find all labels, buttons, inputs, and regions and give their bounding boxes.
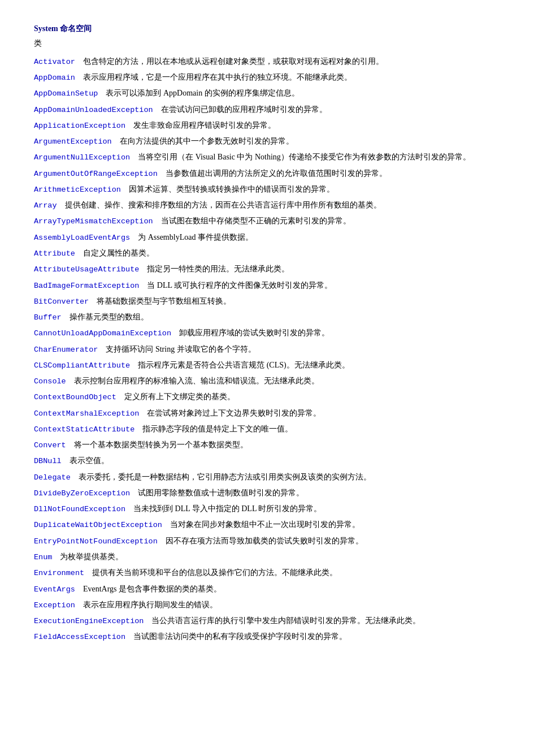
list-item: ApplicationException 发生非致命应用程序错误时引发的异常。 (34, 119, 500, 132)
section-header: System 命名空间 (34, 23, 500, 35)
entries-container: Activator 包含特定的方法，用以在本地或从远程创建对象类型，或获取对现有… (34, 55, 500, 644)
class-name: EventArgs (34, 585, 75, 594)
list-item: ArgumentOutOfRangeException 当参数值超出调用的方法所… (34, 167, 500, 180)
list-item: DuplicateWaitObjectException 当对象在同步对象数组中… (34, 518, 500, 532)
class-desc: 在尝试访问已卸载的应用程序域时引发的异常。 (153, 105, 327, 114)
class-desc: EventArgs 是包含事件数据的类的基类。 (75, 585, 222, 593)
list-item: Exception 表示在应用程序执行期间发生的错误。 (34, 598, 500, 612)
class-name: DBNull (34, 457, 62, 465)
class-desc: 为 AssemblyLoad 事件提供数据。 (130, 233, 253, 241)
list-item: AppDomainUnloadedException 在尝试访问已卸载的应用程序… (34, 103, 500, 116)
class-name: AppDomainSetup (34, 89, 98, 98)
class-name: EntryPointNotFoundException (34, 537, 158, 546)
list-item: Activator 包含特定的方法，用以在本地或从远程创建对象类型，或获取对现有… (34, 55, 500, 68)
class-name: DivideByZeroException (34, 489, 130, 498)
class-name: DllNotFoundException (34, 505, 125, 513)
list-item: DivideByZeroException 试图用零除整数值或十进制数值时引发的… (34, 486, 500, 500)
list-item: Array 提供创建、操作、搜索和排序数组的方法，因而在公共语言运行库中用作所有… (34, 198, 500, 212)
list-item: CharEnumerator 支持循环访问 String 并读取它的各个字符。 (34, 343, 500, 356)
class-name: Array (34, 201, 57, 210)
list-item: ContextBoundObject 定义所有上下文绑定类的基类。 (34, 390, 500, 404)
class-desc: 表示在应用程序执行期间发生的错误。 (75, 601, 218, 609)
list-item: ArrayTypeMismatchException 当试图在数组中存储类型不正… (34, 214, 500, 228)
class-desc: 定义所有上下文绑定类的基类。 (116, 392, 235, 401)
class-desc: 表示应用程序域，它是一个应用程序在其中执行的独立环境。不能继承此类。 (75, 73, 352, 81)
class-desc: 操作基元类型的数组。 (62, 313, 149, 321)
list-item: ContextStaticAttribute 指示静态字段的值是特定上下文的唯一… (34, 422, 500, 436)
list-item: DBNull 表示空值。 (34, 454, 500, 468)
class-name: Convert (34, 441, 66, 450)
list-item: ContextMarshalException 在尝试将对象跨过上下文边界失败时… (34, 407, 500, 420)
class-desc: 将基础数据类型与字节数组相互转换。 (89, 297, 231, 305)
class-name: ArithmeticException (34, 185, 121, 194)
class-name: FieldAccessException (34, 633, 125, 641)
list-item: AssemblyLoadEventArgs 为 AssemblyLoad 事件提… (34, 231, 500, 244)
class-desc: 包含特定的方法，用以在本地或从远程创建对象类型，或获取对现有远程对象的引用。 (75, 57, 384, 66)
class-name: ArgumentNullException (34, 153, 130, 162)
class-desc: 表示空值。 (62, 456, 109, 465)
class-desc: 表示委托，委托是一种数据结构，它引用静态方法或引用类实例及该类的实例方法。 (71, 473, 371, 481)
class-desc: 将一个基本数据类型转换为另一个基本数据类型。 (66, 440, 248, 449)
class-desc: 卸载应用程序域的尝试失败时引发的异常。 (171, 329, 329, 337)
class-desc: 指示程序元素是否符合公共语言规范 (CLS)。无法继承此类。 (130, 361, 350, 369)
list-item: Convert 将一个基本数据类型转换为另一个基本数据类型。 (34, 438, 500, 452)
class-name: Buffer (34, 313, 62, 322)
class-desc: 当参数值超出调用的方法所定义的允许取值范围时引发的异常。 (158, 169, 387, 178)
list-item: Delegate 表示委托，委托是一种数据结构，它引用静态方法或引用类实例及该类… (34, 470, 500, 484)
list-item: DllNotFoundException 当未找到到 DLL 导入中指定的 DL… (34, 502, 500, 516)
class-name: ArrayTypeMismatchException (34, 217, 153, 226)
list-item: ArithmeticException 因算术运算、类型转换或转换操作中的错误而… (34, 183, 500, 196)
class-name: CLSCompliantAttribute (34, 361, 130, 370)
list-item: CLSCompliantAttribute 指示程序元素是否符合公共语言规范 (… (34, 358, 500, 372)
class-desc: 表示可以添加到 AppDomain 的实例的程序集绑定信息。 (98, 89, 299, 97)
list-item: AppDomainSetup 表示可以添加到 AppDomain 的实例的程序集… (34, 87, 500, 100)
list-item: Environment 提供有关当前环境和平台的信息以及操作它们的方法。不能继承… (34, 566, 500, 580)
class-desc: 当公共语言运行库的执行引擎中发生内部错误时引发的异常。无法继承此类。 (144, 616, 420, 625)
class-name: AssemblyLoadEventArgs (34, 234, 130, 242)
class-desc: 支持循环访问 String 并读取它的各个字符。 (98, 345, 255, 353)
class-desc: 试图用零除整数值或十进制数值时引发的异常。 (130, 489, 304, 497)
class-name: ArgumentException (34, 137, 112, 146)
list-item: Console 表示控制台应用程序的标准输入流、输出流和错误流。无法继承此类。 (34, 374, 500, 388)
class-name: ArgumentOutOfRangeException (34, 170, 158, 178)
list-item: BadImageFormatException 当 DLL 或可执行程序的文件图… (34, 279, 500, 292)
class-name: ApplicationException (34, 122, 125, 130)
class-name: ContextBoundObject (34, 393, 116, 401)
class-desc: 在向方法提供的其中一个参数无效时引发的异常。 (112, 137, 294, 145)
list-item: ExecutionEngineException 当公共语言运行库的执行引擎中发… (34, 614, 500, 628)
list-item: Buffer 操作基元类型的数组。 (34, 310, 500, 324)
list-item: EntryPointNotFoundException 因不存在项方法而导致加载… (34, 534, 500, 548)
class-desc: 提供创建、操作、搜索和排序数组的方法，因而在公共语言运行库中用作所有数组的基类。 (57, 201, 381, 209)
list-item: CannotUnloadAppDomainException 卸载应用程序域的尝… (34, 326, 500, 340)
page-content: System 命名空间 类 Activator 包含特定的方法，用以在本地或从远… (34, 23, 500, 644)
class-desc: 在尝试将对象跨过上下文边界失败时引发的异常。 (139, 409, 321, 417)
list-item: Enum 为枚举提供基类。 (34, 550, 500, 564)
class-desc: 当试图非法访问类中的私有字段或受保护字段时引发的异常。 (125, 632, 347, 641)
class-name: Console (34, 377, 66, 386)
list-item: BitConverter 将基础数据类型与字节数组相互转换。 (34, 295, 500, 308)
class-name: CharEnumerator (34, 345, 98, 354)
class-name: Attribute (34, 249, 75, 258)
section-label: 类 (34, 37, 500, 50)
class-desc: 指定另一特性类的用法。无法继承此类。 (139, 265, 289, 273)
class-name: ContextMarshalException (34, 409, 139, 418)
class-desc: 因不存在项方法而导致加载类的尝试失败时引发的异常。 (158, 537, 363, 545)
class-desc: 当对象在同步对象数组中不止一次出现时引发的异常。 (162, 520, 360, 529)
class-desc: 当将空引用（在 Visual Basic 中为 Nothing）传递给不接受它作… (130, 153, 471, 161)
list-item: ArgumentNullException 当将空引用（在 Visual Bas… (34, 150, 500, 164)
list-item: FieldAccessException 当试图非法访问类中的私有字段或受保护字… (34, 630, 500, 643)
class-name: ExecutionEngineException (34, 617, 144, 625)
class-desc: 当未找到到 DLL 导入中指定的 DLL 时所引发的异常。 (125, 504, 322, 513)
class-name: Enum (34, 553, 52, 561)
class-name: BitConverter (34, 297, 89, 306)
class-desc: 自定义属性的基类。 (75, 249, 154, 257)
class-desc: 当 DLL 或可执行程序的文件图像无效时引发的异常。 (139, 281, 332, 290)
list-item: Attribute 自定义属性的基类。 (34, 247, 500, 260)
class-name: AppDomainUnloadedException (34, 106, 153, 114)
class-name: ContextStaticAttribute (34, 425, 134, 434)
class-desc: 发生非致命应用程序错误时引发的异常。 (125, 121, 276, 129)
class-name: Exception (34, 601, 75, 610)
class-desc: 当试图在数组中存储类型不正确的元素时引发的异常。 (153, 217, 351, 225)
class-desc: 表示控制台应用程序的标准输入流、输出流和错误流。无法继承此类。 (66, 377, 319, 385)
class-name: Environment (34, 569, 84, 577)
